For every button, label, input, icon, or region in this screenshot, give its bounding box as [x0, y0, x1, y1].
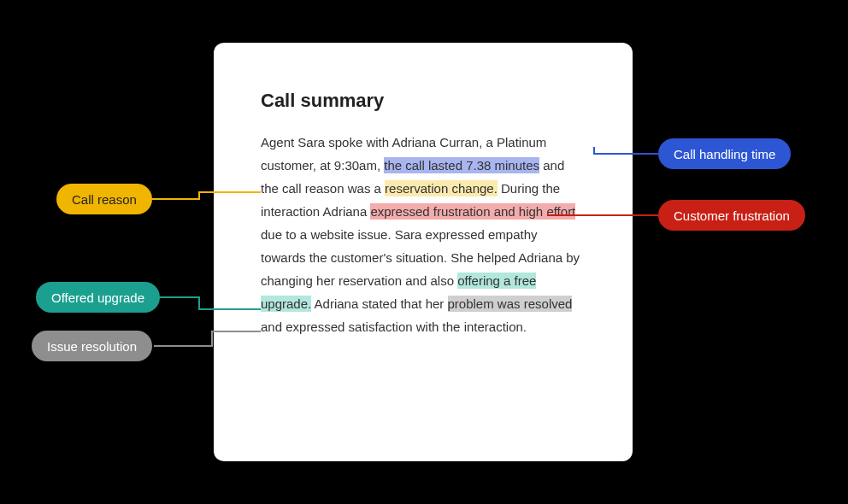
label-customer-frustration: Customer frustration	[658, 200, 805, 231]
label-call-handling-time: Call handling time	[658, 138, 791, 169]
label-call-reason: Call reason	[56, 184, 152, 214]
card-title: Call summary	[261, 90, 586, 112]
summary-card: Call summary Agent Sara spoke with Adria…	[214, 43, 633, 461]
text-segment: Adriana stated that her	[311, 296, 447, 311]
highlight-call-handling-time: the call lasted 7.38 minutes	[384, 157, 539, 173]
label-offered-upgrade: Offered upgrade	[36, 282, 160, 313]
text-segment: and expressed satisfaction with the inte…	[261, 319, 527, 334]
label-issue-resolution: Issue resolution	[32, 331, 152, 361]
highlight-customer-frustration: expressed frustration and high effort	[370, 203, 575, 220]
highlight-call-reason: reservation change.	[385, 180, 498, 196]
summary-paragraph: Agent Sara spoke with Adriana Curran, a …	[261, 131, 586, 338]
highlight-issue-resolution: problem was resolved	[448, 296, 573, 312]
